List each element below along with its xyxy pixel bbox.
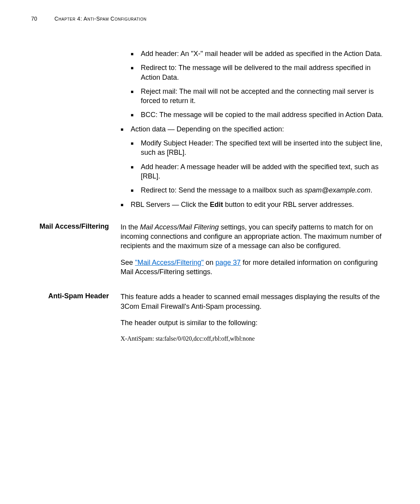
top-bullet: ■ RBL Servers — Click the Edit button to…	[121, 200, 389, 209]
link-mail-access-filtering[interactable]: "Mail Access/Filtering"	[135, 259, 204, 266]
bullet-marker: ■	[131, 186, 141, 195]
text-run: See	[121, 259, 135, 266]
bullet-marker: ■	[131, 87, 141, 106]
sub-bullet: ■ BCC: The message will be copied to the…	[131, 110, 389, 119]
italic-text: Mail Access/Mail Filtering	[140, 223, 219, 231]
bullet-text: Add header: A message header will be add…	[141, 162, 389, 181]
bullet-marker: ■	[121, 200, 131, 209]
bullet-text: Action data — Depending on the specified…	[131, 124, 389, 134]
bullet-text: Redirect to: The message will be deliver…	[141, 63, 389, 82]
sub-bullet: ■ Redirect to: Send the message to a mai…	[131, 186, 389, 195]
bullet-text: RBL Servers — Click the Edit button to e…	[131, 200, 389, 209]
bullet-marker: ■	[131, 138, 141, 158]
sub-bullet: ■ Modify Subject Header: The specified t…	[131, 138, 389, 158]
section-label-antispam-header: Anti-Spam Header	[31, 292, 121, 343]
page-header: 70 Chapter 4: Anti-Spam Configuration	[31, 16, 389, 22]
bullet-marker: ■	[131, 49, 141, 58]
bullet-text: Reject mail: The mail will not be accept…	[141, 87, 389, 106]
italic-text: spam@example.com	[304, 186, 370, 194]
page-number: 70	[31, 16, 54, 22]
section-label-mail-access: Mail Access/Filtering	[31, 222, 121, 284]
code-sample: X-AntiSpam: sta:false/0/020,dcc:off,rbl:…	[121, 334, 389, 343]
paragraph: In the Mail Access/Mail Filtering settin…	[121, 222, 389, 251]
text-run: on	[204, 259, 215, 266]
sub-bullet: ■ Add header: A message header will be a…	[131, 162, 389, 181]
paragraph: See "Mail Access/Filtering" on page 37 f…	[121, 258, 389, 277]
sub-bullet: ■ Add header: An "X-" mail header will b…	[131, 49, 389, 58]
text-run: RBL Servers — Click the	[131, 201, 210, 208]
sub-bullet: ■ Reject mail: The mail will not be acce…	[131, 87, 389, 106]
chapter-title: Chapter 4: Anti-Spam Configuration	[54, 16, 147, 22]
text-run: In the	[121, 223, 140, 231]
text-run: Redirect to: Send the message to a mailb…	[141, 186, 304, 194]
top-bullet: ■ Action data — Depending on the specifi…	[121, 124, 389, 134]
text-run: .	[371, 186, 373, 194]
bold-text: Edit	[210, 201, 223, 208]
link-page-37[interactable]: page 37	[215, 259, 241, 266]
sub-bullet: ■ Redirect to: The message will be deliv…	[131, 63, 389, 82]
bullet-text: BCC: The message will be copied to the m…	[141, 110, 389, 119]
bullet-text: Modify Subject Header: The specified tex…	[141, 138, 389, 158]
bullet-marker: ■	[131, 162, 141, 181]
bullet-text: Redirect to: Send the message to a mailb…	[141, 186, 389, 195]
bullet-marker: ■	[131, 63, 141, 82]
paragraph: The header output is similar to the foll…	[121, 318, 389, 327]
text-run: button to edit your RBL server addresses…	[223, 201, 354, 208]
bullet-text: Add header: An "X-" mail header will be …	[141, 49, 389, 58]
bullet-marker: ■	[121, 124, 131, 134]
paragraph: This feature adds a header to scanned em…	[121, 292, 389, 311]
bullet-marker: ■	[131, 110, 141, 119]
